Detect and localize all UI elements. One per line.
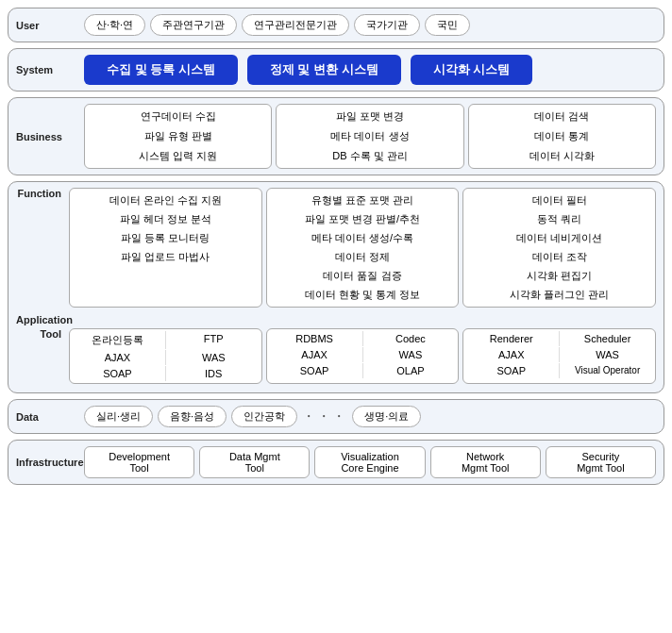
tool-row-1-1: AJAX WAS	[267, 347, 459, 362]
tool-cell-2-1-0: AJAX	[463, 347, 560, 362]
infrastructure-label: Infrastructure	[16, 457, 84, 468]
tool-cell-0-2-1: IDS	[166, 366, 261, 381]
infrastructure-row: Infrastructure DevelopmentTool Data Mgmt…	[8, 440, 664, 485]
business-grid: 연구데이터 수집 파일 유형 판별 시스템 입력 지원 파일 포맷 변경 메타 …	[84, 104, 656, 169]
biz-cell-1-1: 메타 데이터 생성	[277, 127, 462, 145]
func-cell-1-4: 데이터 품질 검증	[267, 267, 459, 285]
tool-row-1-0: RDBMS Codec	[267, 331, 459, 346]
tool-cell-1-1-1: WAS	[363, 347, 459, 362]
func-col-0: 데이터 온라인 수집 지원 파일 헤더 정보 분석 파일 등록 모니터링 파일 …	[69, 188, 262, 308]
func-col-2: 데이터 필터 동적 쿼리 데이터 네비게이션 데이터 조작 시각화 편집기 시각…	[462, 188, 656, 308]
system-pill-2: 시각화 시스템	[411, 55, 533, 85]
data-pill-0: 실리·생리	[84, 406, 153, 427]
func-cell-2-0: 데이터 필터	[463, 192, 655, 209]
system-pill-1: 정제 및 변환 시스템	[247, 55, 401, 85]
tool-cell-2-0-1: Scheduler	[560, 331, 655, 346]
tool-col-2: Renderer Scheduler AJAX WAS SOAP Visual …	[462, 328, 656, 384]
biz-cell-0-1: 파일 유형 판별	[85, 127, 271, 145]
tool-row-1-2: SOAP OLAP	[267, 363, 459, 378]
data-dots: ・・・	[302, 408, 347, 425]
biz-col-1: 파일 포맷 변경 메타 데이터 생성 DB 수록 및 관리	[276, 104, 463, 169]
tool-row-2-2: SOAP Visual Operator	[463, 363, 655, 378]
func-cell-0-1: 파일 헤더 정보 분석	[70, 210, 261, 228]
user-row: User 산·학·연 주관연구기관 연구관리전문기관 국가기관 국민	[8, 8, 664, 42]
tool-row-2-0: Renderer Scheduler	[463, 331, 655, 346]
infra-cell-2: VisualizationCore Engine	[314, 446, 425, 478]
biz-cell-0-0: 연구데이터 수집	[85, 108, 271, 125]
data-row: Data 실리·생리 음향·음성 인간공학 ・・・ 생명·의료	[8, 399, 664, 434]
tool-cell-1-2-0: SOAP	[267, 363, 363, 378]
system-content: 수집 및 등록 시스템 정제 및 변환 시스템 시각화 시스템	[84, 55, 656, 85]
tool-cell-1-1-0: AJAX	[267, 347, 363, 362]
tool-label: Tool	[16, 328, 65, 340]
user-pill-3: 국가기관	[354, 14, 420, 36]
function-label: Function	[16, 188, 65, 199]
func-cell-2-3: 데이터 조작	[463, 248, 655, 266]
application-label: Application	[16, 314, 656, 325]
application-row: Function 데이터 온라인 수집 지원 파일 헤더 정보 분석 파일 등록…	[8, 181, 664, 393]
func-cell-2-1: 동적 쿼리	[463, 210, 655, 228]
infra-cell-0: DevelopmentTool	[84, 446, 194, 478]
tool-row-0-2: SOAP IDS	[70, 366, 261, 381]
biz-cell-2-1: 데이터 통계	[469, 127, 655, 145]
tool-col-1: RDBMS Codec AJAX WAS SOAP OLAP	[266, 328, 460, 384]
system-pill-0: 수집 및 등록 시스템	[84, 55, 238, 85]
tool-col-0: 온라인등록 FTP AJAX WAS SOAP IDS	[69, 328, 262, 384]
tool-cell-0-1-1: WAS	[166, 350, 261, 365]
function-section: Function 데이터 온라인 수집 지원 파일 헤더 정보 분석 파일 등록…	[16, 188, 656, 311]
business-row: Business 연구데이터 수집 파일 유형 판별 시스템 입력 지원 파일 …	[8, 97, 664, 175]
data-label: Data	[16, 411, 84, 423]
user-pill-2: 연구관리전문기관	[242, 14, 349, 36]
user-label: User	[16, 20, 84, 31]
func-cell-2-2: 데이터 네비게이션	[463, 229, 655, 247]
tool-cell-2-2-0: SOAP	[463, 363, 560, 378]
infra-cell-3: NetworkMgmt Tool	[430, 446, 541, 478]
biz-cell-1-0: 파일 포맷 변경	[277, 108, 462, 125]
biz-cell-0-2: 시스템 입력 지원	[85, 147, 271, 165]
tool-cell-1-0-0: RDBMS	[267, 331, 363, 346]
tool-section: Tool 온라인등록 FTP AJAX WAS SOAP IDS	[16, 328, 656, 384]
func-cell-0-0: 데이터 온라인 수집 지원	[70, 192, 261, 209]
tool-cell-1-2-1: OLAP	[363, 363, 459, 378]
tool-row-0-0: 온라인등록 FTP	[70, 331, 261, 349]
biz-col-0: 연구데이터 수집 파일 유형 판별 시스템 입력 지원	[84, 104, 272, 169]
func-cell-1-1: 파일 포맷 변경 판별/추천	[267, 210, 459, 228]
tool-cell-0-1-0: AJAX	[70, 350, 166, 365]
data-pill-1: 음향·음성	[158, 406, 227, 427]
tool-cell-2-0-0: Renderer	[463, 331, 560, 346]
function-grid: 데이터 온라인 수집 지원 파일 헤더 정보 분석 파일 등록 모니터링 파일 …	[69, 188, 656, 308]
biz-cell-2-2: 데이터 시각화	[469, 147, 655, 165]
func-cell-2-4: 시각화 편집기	[463, 267, 655, 285]
func-cell-0-3: 파일 업로드 마법사	[70, 248, 261, 266]
user-pill-0: 산·학·연	[84, 14, 145, 36]
data-content: 실리·생리 음향·음성 인간공학 ・・・ 생명·의료	[84, 406, 656, 427]
biz-col-2: 데이터 검색 데이터 통계 데이터 시각화	[468, 104, 656, 169]
data-pill-3: 생명·의료	[352, 406, 421, 427]
func-cell-1-5: 데이터 현황 및 통계 정보	[267, 286, 459, 304]
tool-cell-1-0-1: Codec	[363, 331, 459, 346]
tool-row-0-1: AJAX WAS	[70, 350, 261, 365]
user-content: 산·학·연 주관연구기관 연구관리전문기관 국가기관 국민	[84, 14, 656, 36]
tool-cell-2-1-1: WAS	[560, 347, 655, 362]
func-col-1: 유형별 표준 포맷 관리 파일 포맷 변경 판별/추천 메타 데이터 생성/수록…	[266, 188, 460, 308]
user-pill-1: 주관연구기관	[150, 14, 237, 36]
tool-cell-2-2-1: Visual Operator	[560, 363, 655, 378]
func-cell-2-5: 시각화 플러그인 관리	[463, 286, 655, 304]
func-cell-1-2: 메타 데이터 생성/수록	[267, 229, 459, 247]
func-cell-1-0: 유형별 표준 포맷 관리	[267, 192, 459, 209]
user-pill-4: 국민	[425, 14, 470, 36]
tool-grid: 온라인등록 FTP AJAX WAS SOAP IDS RDBMS Codec	[69, 328, 656, 384]
tool-cell-0-2-0: SOAP	[70, 366, 166, 381]
biz-cell-2-0: 데이터 검색	[469, 108, 655, 125]
func-cell-1-3: 데이터 정제	[267, 248, 459, 266]
infra-cell-4: SecurityMgmt Tool	[546, 446, 656, 478]
tool-row-2-1: AJAX WAS	[463, 347, 655, 362]
data-pill-2: 인간공학	[231, 406, 297, 427]
biz-cell-1-2: DB 수록 및 관리	[277, 147, 462, 165]
business-label: Business	[16, 131, 84, 142]
system-row: System 수집 및 등록 시스템 정제 및 변환 시스템 시각화 시스템	[8, 48, 664, 92]
tool-cell-0-0-1: FTP	[166, 331, 261, 349]
infrastructure-grid: DevelopmentTool Data MgmtTool Visualizat…	[84, 446, 656, 478]
func-cell-0-2: 파일 등록 모니터링	[70, 229, 261, 247]
infra-cell-1: Data MgmtTool	[199, 446, 310, 478]
